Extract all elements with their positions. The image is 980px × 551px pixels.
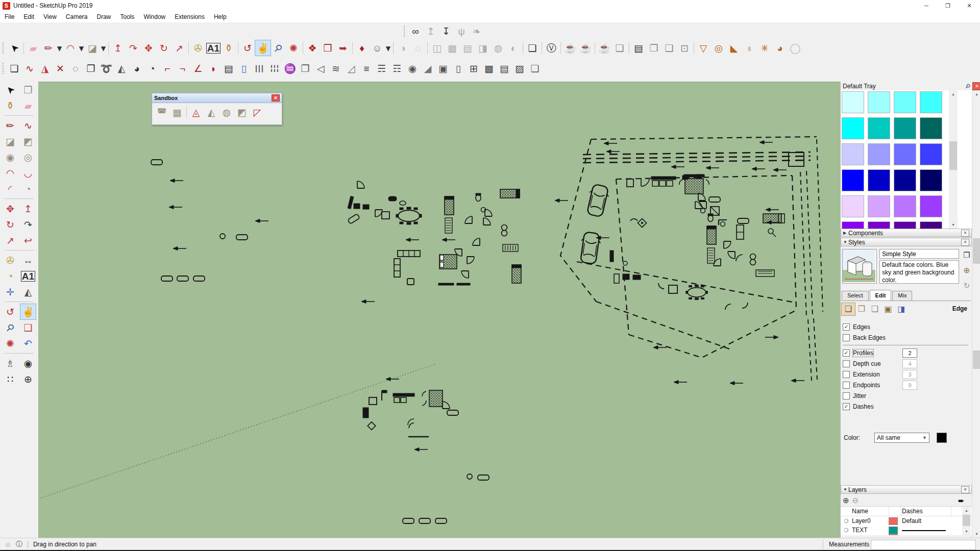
color-swatch[interactable] <box>842 143 864 165</box>
menu-extensions[interactable]: Extensions <box>170 12 209 22</box>
roof-tool-icon[interactable]: ◮ <box>37 61 53 76</box>
round-corner-icon[interactable]: ◕ <box>129 61 144 76</box>
follow-me-tool[interactable]: ↷ <box>20 217 36 232</box>
layer-dashes[interactable] <box>902 529 961 531</box>
shell-tool-icon[interactable]: ◔ <box>144 61 160 76</box>
components-close-button[interactable]: ✕ <box>961 230 969 237</box>
vray-render-icon[interactable]: ☕ <box>597 40 612 56</box>
background-settings-icon[interactable]: ❑ <box>868 303 881 315</box>
stairs-u-icon[interactable]: ☶ <box>389 61 405 76</box>
scroll-down-icon[interactable]: ▾ <box>949 221 958 229</box>
line-tool[interactable]: ✏ <box>41 40 56 56</box>
corner-up-icon[interactable]: ⌐ <box>160 61 175 76</box>
dashes-checkbox[interactable]: ✓ <box>843 403 850 410</box>
depth-cue-value[interactable]: 4 <box>902 359 917 368</box>
measurements-input[interactable] <box>871 540 976 550</box>
follow-me-tool[interactable]: ↷ <box>126 40 141 56</box>
menu-edit[interactable]: Edit <box>19 12 39 22</box>
color-swatch[interactable] <box>920 169 942 191</box>
vray-asset-editor-icon[interactable]: ☕ <box>562 40 578 56</box>
vray-lock-icon[interactable]: ⊡ <box>677 40 692 56</box>
toolbar-grip[interactable] <box>403 25 406 37</box>
zoom-tool[interactable]: ⚲ <box>271 40 286 56</box>
sandbox-from-scratch-icon[interactable]: ▦ <box>169 105 185 120</box>
tab-select[interactable]: Select <box>842 291 869 300</box>
rectangle-tool[interactable]: ◪ <box>85 40 100 56</box>
arc-tool[interactable]: ◠ <box>63 40 78 56</box>
bezier-curve-icon[interactable]: ∿ <box>22 61 37 76</box>
3d-warehouse-icon[interactable]: ❒ <box>320 40 335 56</box>
zoom-tool[interactable]: ⚲ <box>3 320 18 335</box>
toolbar-grip[interactable] <box>2 42 5 54</box>
colors-scrollbar[interactable]: ▴ ▾ <box>949 90 958 229</box>
eye-icon[interactable]: ⚆ <box>841 527 852 534</box>
stairs-l-icon[interactable]: ☴ <box>374 61 389 76</box>
frame-box-icon[interactable]: ▤ <box>221 61 236 76</box>
extension-checkbox[interactable] <box>843 371 850 378</box>
color-swatch[interactable] <box>894 91 916 113</box>
vray-omni-light-icon[interactable]: ✳ <box>757 40 772 56</box>
extension-value[interactable]: 3 <box>902 370 917 379</box>
arc-tool[interactable]: ◠ <box>3 165 18 181</box>
vray-logo-icon[interactable]: Ⓥ <box>544 40 559 56</box>
scroll-down-icon[interactable]: ▾ <box>962 528 971 535</box>
zoom-extents-tool[interactable]: ✺ <box>286 40 301 56</box>
model-canvas[interactable]: Sandbox ✕ ◚▦◬◭◍◩◸ <box>38 82 840 538</box>
vray-interactive-icon[interactable]: ☕ <box>578 40 593 56</box>
rotate-tool[interactable]: ↻ <box>156 40 172 56</box>
wedge-tool-icon[interactable]: ◁ <box>313 61 328 76</box>
color-swatch[interactable] <box>868 169 890 191</box>
paint-bucket-tool[interactable]: ⚱ <box>221 40 236 56</box>
offset-tool[interactable]: ↩ <box>20 233 36 248</box>
section-display-icon[interactable]: ∞ <box>408 23 423 39</box>
color-swatch[interactable] <box>868 143 890 165</box>
color-swatch[interactable] <box>842 169 864 191</box>
line-tool-dropdown[interactable]: ▾ <box>56 40 63 56</box>
layers-close-button[interactable]: ✕ <box>961 486 969 493</box>
door-frame-icon[interactable]: ▯ <box>451 61 466 76</box>
sandbox-drape-icon[interactable]: ◍ <box>219 105 234 120</box>
pan-tool[interactable]: ✌ <box>20 304 36 319</box>
color-swatch[interactable] <box>842 221 864 229</box>
vray-dome-light-icon[interactable]: ◕ <box>772 40 788 56</box>
vray-render-last-icon[interactable]: ❏ <box>612 40 627 56</box>
scale-tool[interactable]: ↗ <box>3 233 18 248</box>
select-tool[interactable]: ➤ <box>7 40 22 56</box>
layer-dashes[interactable]: Default <box>902 517 961 524</box>
sandbox-flip-edge-icon[interactable]: ◸ <box>250 105 265 120</box>
vray-spot-light-icon[interactable]: ◣ <box>726 40 742 56</box>
remove-layer-button[interactable]: ⊖ <box>852 496 859 505</box>
two-point-arc-tool[interactable]: ◡ <box>20 165 36 181</box>
endpoints-checkbox[interactable] <box>843 382 850 389</box>
color-swatch[interactable] <box>842 195 864 217</box>
make-component-tool[interactable]: ❐ <box>20 82 36 97</box>
vray-frame-buffer-icon[interactable]: ▤ <box>631 40 646 56</box>
color-swatch[interactable] <box>842 117 864 139</box>
line-tool[interactable]: ✏ <box>3 118 18 133</box>
color-swatch[interactable] <box>894 143 916 165</box>
eraser-tool[interactable]: ▰ <box>20 98 36 113</box>
compass-tool[interactable]: ⊕ <box>20 371 36 387</box>
paint-bucket-tool[interactable]: ⚱ <box>3 98 18 113</box>
pan-tool[interactable]: ✌ <box>255 40 271 56</box>
color-swatch[interactable] <box>894 221 916 229</box>
color-swatch[interactable] <box>920 143 942 165</box>
orbit-tool[interactable]: ↺ <box>240 40 255 56</box>
protractor-tool[interactable]: ◔ <box>3 268 18 284</box>
component-select-icon[interactable]: ❏ <box>525 40 540 56</box>
toolbar-grip[interactable] <box>2 62 5 74</box>
menu-view[interactable]: View <box>39 12 61 22</box>
corner-line-icon[interactable]: ⌐ <box>175 61 190 76</box>
3d-text-tool[interactable]: ◭ <box>20 284 36 299</box>
freehand-tool[interactable]: ∿ <box>20 118 36 133</box>
move-tool[interactable]: ✥ <box>141 40 156 56</box>
rotate-tool[interactable]: ↻ <box>3 217 18 232</box>
display-textured-icon[interactable]: ◍ <box>491 40 506 56</box>
scroll-up-icon[interactable]: ▴ <box>972 90 980 98</box>
vray-mesh-light-icon[interactable]: ◯ <box>788 40 803 56</box>
sandbox-palette[interactable]: Sandbox ✕ ◚▦◬◭◍◩◸ <box>152 93 282 125</box>
edges-checkbox[interactable]: ✓ <box>843 323 850 331</box>
text-tool[interactable]: A1 <box>206 40 221 56</box>
box-stretch-icon[interactable]: ◭ <box>114 61 129 76</box>
tape-measure-tool[interactable]: ✇ <box>3 253 18 268</box>
